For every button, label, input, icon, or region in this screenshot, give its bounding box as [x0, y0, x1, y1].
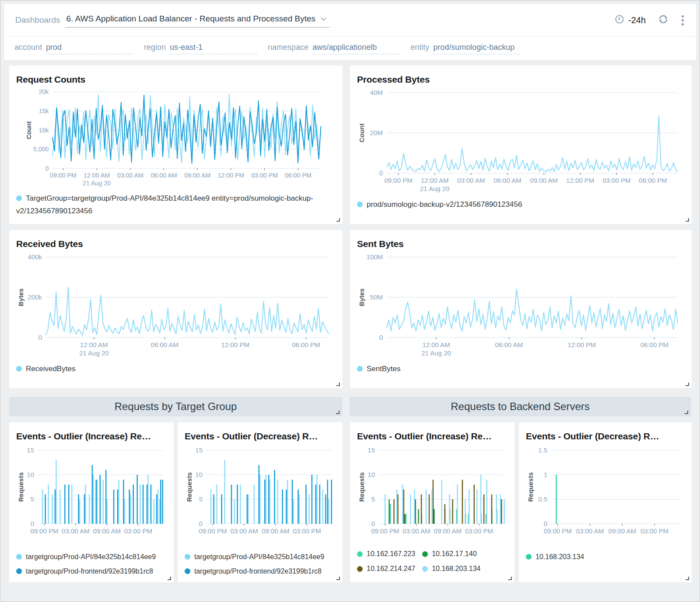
legend-item[interactable]: targetgroup/Prod-API/84e325b14c814ee9: [16, 553, 167, 561]
svg-text:09:00 PM: 09:00 PM: [371, 527, 399, 535]
breadcrumb[interactable]: Dashboards: [15, 15, 60, 25]
outlier-decrease-targetgroup-chart[interactable]: 05101509:00 PM03:00 AM09:00 AM03:00 PMRe…: [185, 444, 336, 545]
legend-dot-icon: [16, 554, 22, 560]
processed-bytes-chart[interactable]: 020M40M09:00 PM12:00 AM21 Aug 2003:00 AM…: [357, 87, 685, 197]
resize-handle[interactable]: [336, 383, 340, 386]
svg-text:09:00 PM: 09:00 PM: [50, 172, 77, 179]
svg-text:03:00 AM: 03:00 AM: [576, 527, 604, 535]
svg-text:03:00 AM: 03:00 AM: [117, 172, 144, 179]
filter-bar: account prod region us-east-1 namespace …: [4, 36, 696, 60]
panel-title: Events - Outlier (Increase) Re…: [9, 422, 174, 442]
svg-text:Count: Count: [25, 121, 32, 139]
legend-label: targetgroup/Prod-frontend/92e3199b1rc8: [26, 567, 153, 575]
resize-handle[interactable]: [686, 218, 689, 222]
svg-text:Requests: Requests: [358, 472, 365, 502]
svg-text:21 Aug 20: 21 Aug 20: [421, 349, 451, 357]
svg-text:06:00 AM: 06:00 AM: [150, 172, 177, 179]
svg-text:Count: Count: [358, 123, 365, 142]
filter-account-value[interactable]: prod: [46, 43, 133, 54]
resize-handle[interactable]: [336, 577, 340, 580]
legend-label: targetgroup/Prod-frontend/92e3199b1rc8: [194, 567, 322, 575]
svg-text:20M: 20M: [370, 129, 383, 136]
chart-legend: TargetGroup=targetgroup/Prod-API/84e325b…: [9, 191, 343, 224]
svg-text:10: 10: [27, 471, 34, 478]
svg-text:12:00 PM: 12:00 PM: [217, 172, 244, 179]
legend-item[interactable]: TargetGroup=targetgroup/Prod-API/84e325b…: [16, 194, 313, 215]
top-bar: Dashboards 6. AWS Application Load Balan…: [4, 4, 696, 36]
svg-text:15: 15: [195, 446, 203, 454]
outlier-increase-backend-chart[interactable]: 05101509:00 PM03:00 AM09:00 AM03:00 PMRe…: [357, 444, 508, 545]
svg-text:Bytes: Bytes: [358, 289, 365, 306]
svg-text:12:00 PM: 12:00 PM: [566, 177, 594, 184]
sent-bytes-chart[interactable]: 050M100M12:00 AM21 Aug 2006:00 AM12:00 P…: [357, 252, 685, 361]
received-bytes-chart[interactable]: 0200k400k12:00 AM21 Aug 2006:00 AM12:00 …: [16, 252, 336, 361]
svg-text:09:00 AM: 09:00 AM: [609, 527, 636, 535]
svg-text:09:00 PM: 09:00 PM: [199, 527, 227, 535]
outlier-decrease-backend-chart[interactable]: 00.511.509:00 PM03:00 AM09:00 AM03:00 PM…: [526, 444, 685, 545]
filter-label: account: [14, 43, 42, 52]
svg-text:0: 0: [45, 165, 49, 172]
panel-received-bytes: Received Bytes 0200k400k12:00 AM21 Aug 2…: [9, 230, 343, 388]
svg-text:03:00 PM: 03:00 PM: [251, 172, 278, 179]
svg-text:10k: 10k: [38, 126, 49, 133]
resize-handle[interactable]: [686, 577, 689, 580]
legend-item[interactable]: targetgroup/Prod-API/84e325b14c814ee9: [185, 553, 336, 561]
svg-text:5,000: 5,000: [33, 146, 49, 153]
chart-legend: targetgroup/Prod-API/84e325b14c814ee9tar…: [178, 545, 343, 581]
filter-region: region us-east-1: [144, 43, 257, 54]
request-counts-chart[interactable]: 05,00010k15k20k09:00 PM12:00 AM21 Aug 20…: [16, 87, 336, 191]
svg-text:5: 5: [371, 495, 375, 503]
filter-region-value[interactable]: us-east-1: [170, 43, 257, 54]
section-header-target-group: Requests by Target Group: [9, 397, 342, 416]
svg-text:1: 1: [544, 471, 547, 478]
filter-entity-value[interactable]: prod/sumologic-backup: [433, 43, 521, 54]
svg-text:0: 0: [371, 520, 375, 527]
panel-outlier-decrease-backend: Events - Outlier (Decrease) R… 00.511.50…: [519, 422, 692, 582]
resize-handle[interactable]: [336, 411, 340, 414]
legend-item[interactable]: 10.162.214.247: [357, 565, 415, 573]
legend-item[interactable]: targetgroup/Prod-frontend/92e3199b1rc8: [16, 567, 167, 575]
dashboard-title-dropdown[interactable]: 6. AWS Application Load Balancer - Reque…: [65, 13, 330, 28]
legend-label: targetgroup/Prod-API/84e325b14c814ee9: [194, 553, 324, 560]
panel-outlier-increase-backend: Events - Outlier (Increase) Re… 05101509…: [350, 422, 514, 582]
legend-item[interactable]: 10.162.167.223: [357, 550, 415, 558]
resize-handle[interactable]: [168, 577, 171, 580]
filter-namespace: namespace aws/applicationelb: [268, 43, 400, 54]
more-options-icon[interactable]: [681, 14, 685, 26]
legend-item[interactable]: targetgroup/Prod-frontend/92e3199b1rc8: [185, 567, 336, 575]
legend-item[interactable]: prod/sumologic-backup-v2/123456789012345…: [357, 200, 522, 209]
legend-dot-icon: [16, 195, 22, 201]
svg-text:09:00 PM: 09:00 PM: [384, 177, 412, 184]
svg-text:0: 0: [199, 520, 203, 527]
svg-text:15: 15: [27, 446, 34, 454]
svg-text:Requests: Requests: [527, 472, 534, 502]
legend-dot-icon: [357, 551, 363, 557]
resize-handle[interactable]: [508, 577, 512, 580]
resize-handle[interactable]: [336, 218, 340, 222]
filter-entity: entity prod/sumologic-backup: [410, 43, 521, 54]
outlier-increase-targetgroup-chart[interactable]: 05101509:00 PM03:00 AM09:00 AM03:00 PMRe…: [16, 444, 167, 545]
svg-text:06:00 PM: 06:00 PM: [640, 341, 668, 348]
legend-item[interactable]: 10.168.203.134: [422, 565, 480, 573]
panel-title: Events - Outlier (Decrease) R…: [178, 422, 343, 442]
svg-text:21 Aug 20: 21 Aug 20: [420, 185, 450, 192]
svg-text:Requests: Requests: [17, 472, 24, 502]
resize-handle[interactable]: [685, 411, 688, 414]
svg-text:03:00 PM: 03:00 PM: [602, 177, 630, 184]
legend-item[interactable]: SentBytes: [357, 365, 401, 373]
svg-text:12:00 AM: 12:00 AM: [422, 341, 450, 348]
legend-item[interactable]: 10.168.203.134: [526, 553, 685, 561]
refresh-icon[interactable]: [658, 14, 668, 26]
filter-namespace-value[interactable]: aws/applicationelb: [312, 43, 400, 54]
chart-legend: prod/sumologic-backup-v2/123456789012345…: [350, 197, 692, 217]
svg-text:21 Aug 20: 21 Aug 20: [79, 349, 109, 357]
resize-handle[interactable]: [686, 383, 689, 386]
legend-item[interactable]: 10.162.17.140: [422, 550, 480, 558]
svg-text:Requests: Requests: [186, 472, 193, 502]
svg-text:0: 0: [544, 520, 547, 527]
legend-item[interactable]: ReceivedBytes: [16, 365, 75, 373]
legend-label: ReceivedBytes: [26, 365, 75, 373]
time-range-button[interactable]: -24h: [615, 14, 646, 26]
filter-label: region: [144, 43, 166, 52]
svg-text:12:00 PM: 12:00 PM: [221, 341, 249, 348]
